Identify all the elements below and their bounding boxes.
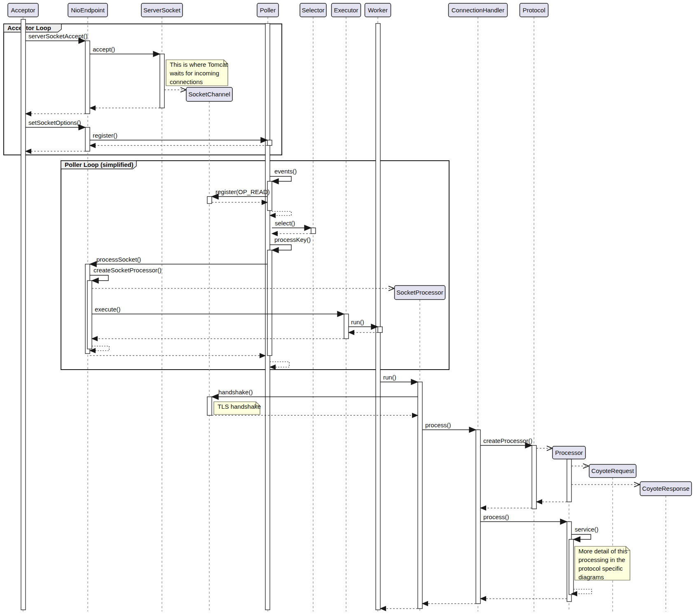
note-text-line: diagrams — [578, 574, 604, 581]
message-label: handshake() — [218, 389, 253, 396]
activation-bar — [87, 281, 92, 349]
message-label: process() — [483, 513, 509, 520]
message-label: select() — [275, 220, 295, 227]
activation-bar — [207, 197, 212, 204]
activation-bar — [267, 250, 272, 356]
activation-bar — [569, 539, 574, 595]
message-label: service() — [575, 526, 599, 533]
sequence-diagram-page: Acceptor LoopPoller Loop (simplified)ser… — [0, 0, 693, 616]
message-label: processKey() — [274, 236, 311, 243]
activation-bar — [344, 314, 349, 339]
sequence-diagram: Acceptor LoopPoller Loop (simplified)ser… — [0, 0, 693, 616]
note-text-line: waits for incoming — [169, 70, 219, 77]
activation-bar — [85, 41, 90, 114]
message-label: serverSocketAccept() — [28, 33, 87, 40]
participant-name: ConnectionHandler — [452, 7, 504, 14]
message-label: accept() — [93, 46, 115, 53]
activation-bar — [376, 23, 380, 610]
activation-bar — [311, 228, 316, 234]
note-text-line: connections — [170, 78, 203, 85]
participant-name: SocketProcessor — [396, 289, 443, 296]
activation-bar — [532, 445, 536, 509]
participant-name: Processor — [555, 449, 583, 456]
activation-bar — [476, 430, 480, 604]
participant-name: Worker — [368, 7, 388, 14]
activation-bar — [267, 140, 272, 145]
participant-name: SocketChannel — [188, 91, 230, 98]
note-text-line: processing in the — [578, 556, 625, 563]
frame-title: Poller Loop (simplified) — [65, 161, 133, 168]
activation-bar — [207, 397, 212, 415]
message-label: processSocket() — [96, 256, 141, 263]
participant-name: Protocol — [522, 7, 545, 14]
message-label: run() — [351, 319, 364, 326]
activation-bar — [418, 382, 422, 609]
message-label: events() — [274, 168, 297, 175]
participant-name: Poller — [260, 7, 276, 14]
note-text-line: TLS handshake — [218, 403, 261, 410]
frame-title: Acceptor Loop — [7, 24, 51, 31]
message-label: run() — [383, 374, 396, 381]
activation-bar — [567, 459, 571, 502]
message-label: createSocketProcessor() — [94, 267, 162, 274]
note-text-line: This is where Tomcat — [170, 61, 228, 68]
message-label: execute() — [95, 306, 121, 313]
activation-bar — [85, 127, 90, 151]
message-label: register() — [93, 132, 117, 139]
message-label: process() — [425, 422, 451, 429]
participant-name: Selector — [302, 7, 324, 14]
note-text-line: protocol specific — [578, 565, 623, 572]
message-label: setSocketOptions() — [28, 119, 81, 126]
activation-bar — [267, 181, 272, 211]
activation-bar — [160, 54, 164, 108]
participant-name: ServerSocket — [143, 7, 181, 14]
participant-name: CoyoteRequest — [591, 467, 634, 474]
message-label: createProcessor() — [483, 437, 532, 444]
activation-bar — [378, 327, 382, 333]
activation-bar — [21, 19, 26, 610]
participant-name: Executor — [334, 7, 358, 14]
message-label: register(OP_READ) — [215, 188, 270, 195]
participant-name: CoyoteResponse — [642, 485, 689, 492]
participant-name: NioEndpoint — [71, 7, 105, 14]
note-text-line: More detail of this — [578, 548, 627, 555]
participant-name: Acceptor — [11, 7, 35, 14]
